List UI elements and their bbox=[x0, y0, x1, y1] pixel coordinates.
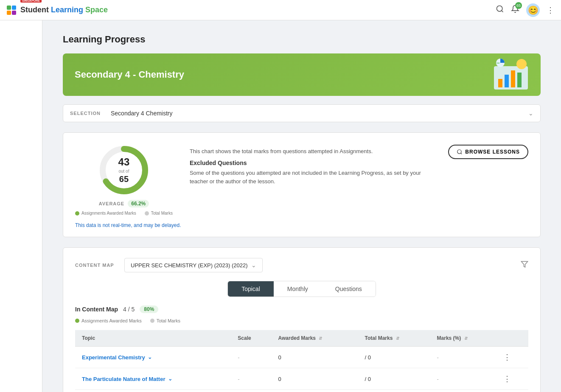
progress-info-text: This chart shows the total marks from qu… bbox=[190, 148, 431, 154]
tab-questions[interactable]: Questions bbox=[322, 281, 376, 297]
search-icon[interactable] bbox=[496, 5, 504, 15]
tab-monthly[interactable]: Monthly bbox=[274, 281, 322, 297]
donut-center: 43 out of 65 bbox=[118, 156, 130, 184]
logo-grid-icon bbox=[7, 6, 16, 15]
legend-awarded-label: Assignments Awarded Marks bbox=[81, 211, 136, 216]
legend-awarded: Assignments Awarded Marks bbox=[75, 211, 136, 216]
delayed-notice: This data is not real-time, and may be d… bbox=[75, 222, 528, 228]
donut-total: 65 bbox=[118, 174, 130, 184]
selection-dropdown[interactable]: Secondary 4 Chemistry ⌄ bbox=[111, 110, 533, 117]
total-sort-icon[interactable]: ⇵ bbox=[396, 336, 399, 341]
row-menu-1[interactable]: ⋮ bbox=[503, 375, 511, 383]
subject-banner: Secondary 4 - Chemistry bbox=[63, 53, 541, 96]
legend-total-label: Total Marks bbox=[151, 211, 173, 216]
table-row: Experimental Chemistry ⌄ - 0 / 0 - bbox=[75, 347, 528, 368]
awarded-sort-icon[interactable]: ⇵ bbox=[319, 336, 322, 341]
awarded-cell-0: 0 bbox=[272, 347, 358, 368]
browse-lessons-label: BROWSE LESSONS bbox=[465, 149, 520, 155]
notification-icon[interactable]: 65 bbox=[511, 5, 519, 15]
more-menu-icon[interactable]: ⋮ bbox=[547, 6, 554, 15]
table-header-row: Topic Scale Awarded Marks ⇵ Total Marks … bbox=[75, 330, 528, 347]
progress-section: 43 out of 65 AVERAGE 66.2% Assignments A… bbox=[63, 132, 541, 237]
content-legend-awarded: Assignments Awarded Marks bbox=[75, 318, 142, 323]
logo-learning: Learning bbox=[51, 6, 83, 14]
content-map-chevron-down-icon: ⌄ bbox=[251, 262, 256, 269]
content-map-value: UPPER SEC CHEMISTRY (EXP) (2023) (2022) bbox=[131, 262, 248, 269]
selection-value: Secondary 4 Chemistry bbox=[111, 110, 173, 117]
excluded-title: Excluded Questions bbox=[190, 160, 431, 166]
notification-badge: 65 bbox=[515, 2, 522, 9]
logo-text: Student Learning Space bbox=[20, 6, 108, 14]
table-row: The Particulate Nature of Matter ⌄ - 0 /… bbox=[75, 368, 528, 390]
topic-cell-0: Experimental Chemistry ⌄ bbox=[75, 347, 231, 368]
total-cell-1: / 0 bbox=[358, 368, 430, 390]
excluded-text: Some of the questions you attempted are … bbox=[190, 169, 431, 185]
content-section: CONTENT MAP UPPER SEC CHEMISTRY (EXP) (2… bbox=[63, 247, 541, 392]
app-header: SINGAPORE Student Learning Space 65 😊 ⋮ bbox=[0, 0, 561, 20]
in-content-map-title: In Content Map bbox=[75, 306, 118, 313]
selection-label: SELECTION bbox=[70, 111, 104, 116]
in-content-map-fraction: 4 / 5 bbox=[123, 306, 135, 313]
content-legend: Assignments Awarded Marks Total Marks bbox=[75, 318, 528, 323]
banner-subject-title: Secondary 4 - Chemistry bbox=[75, 69, 184, 80]
topic-link-0[interactable]: Experimental Chemistry ⌄ bbox=[82, 354, 224, 361]
svg-line-12 bbox=[461, 153, 462, 154]
avatar[interactable]: 😊 bbox=[526, 3, 540, 17]
total-cell-0: / 0 bbox=[358, 347, 430, 368]
marks-pct-sort-icon[interactable]: ⇵ bbox=[464, 336, 468, 341]
browse-lessons-button[interactable]: BROWSE LESSONS bbox=[448, 145, 528, 159]
content-map-row: CONTENT MAP UPPER SEC CHEMISTRY (EXP) (2… bbox=[75, 258, 528, 272]
in-content-map-percent: 80% bbox=[140, 305, 158, 313]
topic-name-1: The Particulate Nature of Matter bbox=[82, 376, 165, 382]
topic-expand-icon-0[interactable]: ⌄ bbox=[148, 354, 152, 360]
content-legend-total-dot bbox=[150, 319, 154, 323]
filter-icon[interactable] bbox=[521, 260, 528, 270]
logo-student: Student bbox=[20, 6, 49, 14]
marks-pct-cell-0: - bbox=[430, 347, 496, 368]
average-row: AVERAGE 66.2% bbox=[99, 200, 149, 207]
row-menu-0[interactable]: ⋮ bbox=[503, 353, 511, 361]
logo-space: Space bbox=[85, 6, 108, 14]
th-actions bbox=[496, 330, 528, 347]
content-map-stats: In Content Map 4 / 5 80% bbox=[75, 305, 528, 313]
donut-chart: 43 out of 65 bbox=[98, 145, 149, 196]
page-title: Learning Progress bbox=[63, 34, 541, 45]
header-actions: 65 😊 ⋮ bbox=[496, 3, 554, 17]
search-icon bbox=[457, 149, 463, 155]
donut-score: 43 bbox=[118, 156, 130, 168]
average-label: AVERAGE bbox=[99, 201, 125, 206]
progress-info: This chart shows the total marks from qu… bbox=[190, 145, 431, 216]
selection-chevron-down-icon: ⌄ bbox=[528, 110, 533, 117]
topic-link-1[interactable]: The Particulate Nature of Matter ⌄ bbox=[82, 376, 224, 382]
content-legend-awarded-label: Assignments Awarded Marks bbox=[81, 318, 142, 323]
logo-area: SINGAPORE Student Learning Space bbox=[7, 6, 108, 15]
legend-total: Total Marks bbox=[145, 211, 173, 216]
content-map-label: CONTENT MAP bbox=[75, 263, 118, 268]
svg-marker-13 bbox=[522, 261, 528, 267]
svg-point-0 bbox=[497, 6, 502, 11]
legend-row: Assignments Awarded Marks Total Marks bbox=[75, 211, 173, 216]
topic-cell-1: The Particulate Nature of Matter ⌄ bbox=[75, 368, 231, 390]
th-marks-pct: Marks (%) ⇵ bbox=[430, 330, 496, 347]
progress-top: 43 out of 65 AVERAGE 66.2% Assignments A… bbox=[75, 145, 528, 216]
svg-rect-4 bbox=[505, 75, 509, 87]
content-map-dropdown[interactable]: UPPER SEC CHEMISTRY (EXP) (2023) (2022) … bbox=[124, 258, 263, 272]
topic-name-0: Experimental Chemistry bbox=[82, 354, 145, 361]
sidebar bbox=[0, 20, 42, 392]
topic-expand-icon-1[interactable]: ⌄ bbox=[168, 376, 172, 382]
actions-cell-0: ⋮ bbox=[496, 347, 528, 368]
topic-table: Topic Scale Awarded Marks ⇵ Total Marks … bbox=[75, 330, 528, 390]
content-legend-total-label: Total Marks bbox=[157, 318, 180, 323]
th-awarded: Awarded Marks ⇵ bbox=[272, 330, 358, 347]
average-value: 66.2% bbox=[128, 200, 149, 207]
donut-container: 43 out of 65 AVERAGE 66.2% Assignments A… bbox=[75, 145, 173, 216]
tab-topical[interactable]: Topical bbox=[228, 281, 274, 297]
svg-point-7 bbox=[516, 59, 527, 69]
view-tabs: Topical Monthly Questions bbox=[227, 281, 376, 297]
svg-point-11 bbox=[457, 150, 461, 154]
table-header: Topic Scale Awarded Marks ⇵ Total Marks … bbox=[75, 330, 528, 347]
selection-row: SELECTION Secondary 4 Chemistry ⌄ bbox=[63, 104, 541, 122]
main-content: Learning Progress Secondary 4 - Chemistr… bbox=[42, 20, 561, 392]
svg-rect-5 bbox=[511, 70, 515, 87]
singapore-badge: SINGAPORE bbox=[20, 0, 42, 3]
